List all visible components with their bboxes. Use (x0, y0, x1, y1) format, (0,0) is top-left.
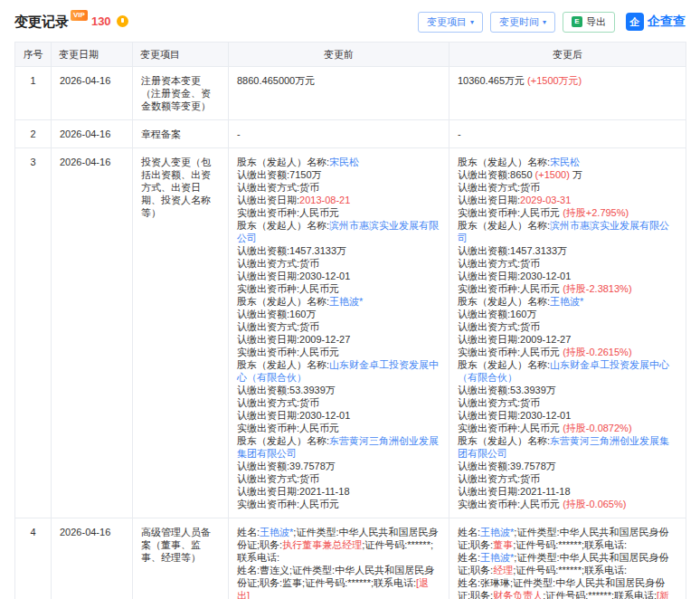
text-segment: 实缴出资币种:人民币元 (237, 347, 339, 357)
detail-line: 姓名:王艳波*;证件类型:中华人民共和国居民身份证;职务:经理;证件号码:***… (458, 551, 677, 576)
text-segment: 认缴出资方式:货币 (237, 397, 319, 408)
detail-line: 认缴出资日期:2009-12-27 (458, 333, 677, 346)
text-segment: 认缴出资日期:2009-12-27 (237, 334, 350, 345)
text-segment: 认缴出资额:7150万 (237, 169, 322, 180)
text-segment: 实缴出资币种:人民币元 (458, 283, 563, 294)
detail-line: 股东（发起人）名称:东营黄河三角洲创业发展集团有限公司 (458, 434, 677, 460)
detail-line: 认缴出资方式:货币 (237, 396, 440, 409)
text-segment: 认缴出资方式:货币 (458, 182, 540, 193)
changed-value: 2029-03-31 (520, 195, 571, 205)
entity-link[interactable]: 宋民松 (329, 157, 359, 167)
text-segment: 实缴出资币种:人民币元 (237, 283, 339, 294)
text-segment: 认缴出资方式:货币 (458, 473, 540, 484)
text-segment: - (458, 128, 461, 139)
detail-line: 认缴出资日期:2030-12-01 (237, 270, 440, 282)
change-date: 2026-04-16 (52, 148, 133, 518)
entity-link[interactable]: 王艳波* (260, 527, 293, 537)
text-segment: 认缴出资方式:货币 (458, 258, 540, 269)
detail-line: 实缴出资币种:人民币元 (237, 498, 440, 510)
entity-link[interactable]: 王艳波* (329, 296, 363, 307)
text-segment: 股东（发起人）名称: (237, 435, 329, 446)
before-cell: - (229, 120, 449, 148)
filter-change-item-button[interactable]: 变更项目 ▾ (418, 12, 483, 33)
detail-line: 10360.465万元 (+1500万元) (458, 74, 677, 87)
export-label: 导出 (586, 16, 606, 28)
qichacha-brand-text: 企查查 (648, 14, 686, 30)
page-title: 变更记录 (14, 12, 69, 32)
detail-line: 股东（发起人）名称:宋民松 (237, 156, 440, 168)
changed-value: 董事 (493, 539, 513, 550)
detail-line: 实缴出资币种:人民币元 (237, 346, 440, 358)
chevron-down-icon: ▾ (543, 16, 546, 28)
detail-line: 认缴出资方式:货币 (237, 181, 440, 194)
text-segment: 股东（发起人）名称: (458, 220, 550, 231)
entity-link[interactable]: 王艳波* (480, 527, 514, 537)
change-records-table: 序号变更日期变更项目变更前变更后 12026-04-16注册资本变更（注册资金、… (14, 42, 686, 599)
table-header-row: 序号变更日期变更项目变更前变更后 (15, 43, 686, 67)
detail-line: 认缴出资方式:货币 (458, 472, 677, 485)
detail-line: 实缴出资币种:人民币元 (237, 422, 440, 434)
export-button[interactable]: E 导出 (563, 12, 615, 33)
text-segment: 姓名:曹连义;证件类型:中华人民共和国居民身份证;职务:监事;证件号码:****… (237, 565, 434, 588)
text-segment: 股东（发起人）名称: (237, 359, 329, 370)
before-cell: 姓名:王艳波*;证件类型:中华人民共和国居民身份证;职务:执行董事兼总经理;证件… (229, 518, 449, 599)
record-count: 130 (91, 12, 111, 32)
detail-line: 认缴出资额:39.7578万 (237, 460, 440, 472)
change-date: 2026-04-16 (52, 518, 133, 599)
text-segment: 姓名: (237, 527, 260, 537)
entity-link[interactable]: 宋民松 (550, 157, 580, 167)
detail-line: 实缴出资币种:人民币元 (持股+2.795%) (458, 206, 677, 219)
detail-line: 认缴出资日期:2030-12-01 (458, 409, 677, 422)
column-header: 变更后 (449, 43, 686, 67)
export-icon: E (572, 16, 582, 27)
text-segment: 认缴出资额:1457.3133万 (237, 245, 346, 256)
text-segment: 认缴出资日期:2030-12-01 (458, 410, 571, 421)
topbar-right: 变更项目 ▾ 变更时间 ▾ E 导出 企 企查查 (418, 12, 686, 33)
qichacha-logo-icon: 企 (626, 13, 644, 31)
detail-line: 股东（发起人）名称:王艳波* (458, 295, 677, 308)
detail-line: 股东（发起人）名称:滨州市惠滨实业发展有限公司 (458, 219, 677, 244)
text-segment: 认缴出资日期: (237, 195, 299, 205)
detail-line: 姓名:王艳波*;证件类型:中华人民共和国居民身份证;职务:董事;证件号码:***… (458, 526, 677, 551)
text-segment: 认缴出资方式:货币 (237, 473, 319, 484)
change-records-panel: 变更记录 VIP 130 变更项目 ▾ 变更时间 ▾ E 导出 企 企查查 (0, 0, 700, 599)
text-segment: 认缴出资方式:货币 (237, 321, 319, 332)
after-cell: - (449, 120, 686, 148)
text-segment: 实缴出资币种:人民币元 (237, 207, 339, 218)
filter-change-time-button[interactable]: 变更时间 ▾ (490, 12, 555, 33)
after-cell: 10360.465万元 (+1500万元) (449, 67, 686, 120)
detail-line: 认缴出资方式:货币 (237, 257, 440, 270)
text-segment: 认缴出资额:53.3939万 (458, 385, 556, 395)
detail-line: - (458, 128, 677, 140)
text-segment: ;证件号码:******;联系电话: (543, 590, 657, 599)
text-segment: 认缴出资额:39.7578万 (237, 461, 336, 471)
table-row: 12026-04-16注册资本变更（注册资金、资金数额等变更）8860.4650… (15, 67, 686, 120)
text-segment: 认缴出资方式:货币 (458, 397, 540, 408)
changed-value: 2013-08-21 (299, 195, 350, 205)
text-segment: 认缴出资额:8650 (458, 169, 535, 180)
detail-line: 股东（发起人）名称:东营黄河三角洲创业发展集团有限公司 (237, 434, 440, 460)
tip-icon[interactable] (117, 15, 128, 27)
topbar: 变更记录 VIP 130 变更项目 ▾ 变更时间 ▾ E 导出 企 企查查 (14, 9, 686, 34)
text-segment: 认缴出资额:160万 (458, 309, 536, 319)
detail-line: 认缴出资额:1457.3133万 (237, 244, 440, 257)
detail-line: 认缴出资额:53.3939万 (237, 384, 440, 396)
text-segment: 认缴出资额:53.3939万 (237, 385, 336, 395)
row-number: 1 (15, 67, 52, 120)
change-date: 2026-04-16 (52, 67, 133, 120)
entity-link[interactable]: 王艳波* (550, 296, 583, 307)
text-segment: 股东（发起人）名称: (458, 296, 550, 307)
text-segment: 认缴出资日期:2021-11-18 (458, 486, 571, 497)
text-segment: 认缴出资方式:货币 (237, 258, 319, 269)
text-segment: 认缴出资日期:2030-12-01 (458, 271, 571, 281)
text-segment: 实缴出资币种:人民币元 (458, 207, 563, 218)
text-segment: 认缴出资日期: (458, 195, 520, 205)
detail-line: 认缴出资方式:货币 (237, 472, 440, 485)
entity-link[interactable]: 王艳波* (480, 552, 514, 563)
text-segment: 认缴出资额:39.7578万 (458, 461, 556, 471)
detail-line: 认缴出资额:8650 (+1500) 万 (458, 168, 677, 181)
detail-line: 认缴出资方式:货币 (237, 320, 440, 333)
column-header: 变更项目 (133, 43, 229, 67)
text-segment: 认缴出资额:160万 (237, 309, 316, 319)
detail-line: 股东（发起人）名称:王艳波* (237, 295, 440, 308)
